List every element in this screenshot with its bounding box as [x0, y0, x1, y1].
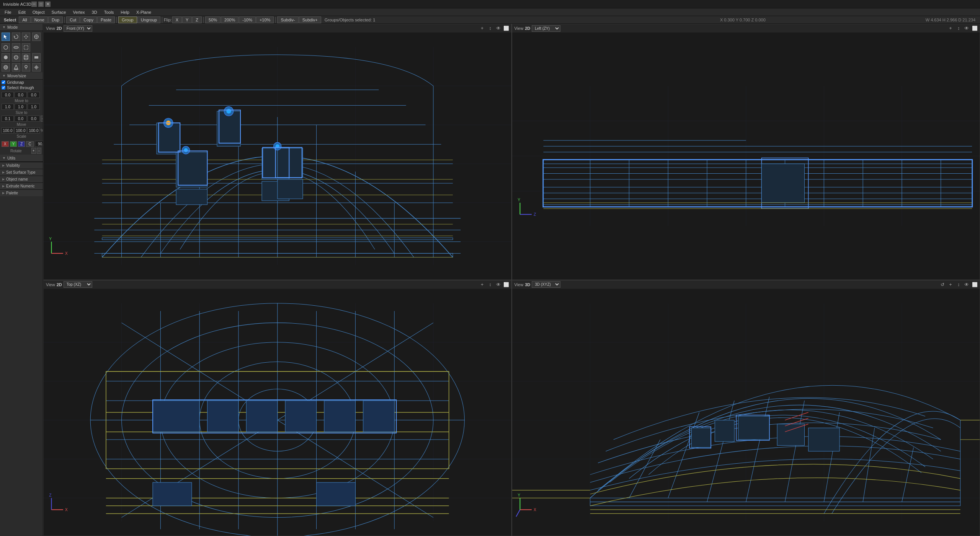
tool-flat-btn[interactable] [32, 53, 41, 62]
mode-extra-btn[interactable] [32, 33, 41, 41]
tool-sphere-outline-btn[interactable] [12, 53, 20, 62]
menu-help[interactable]: Help [118, 9, 132, 15]
top-projection-select[interactable]: Top (XZ) Front (XY) Left (ZY) 3D (XYZ) [64, 281, 92, 288]
left-canvas[interactable]: Z Y [512, 33, 980, 280]
3d-zoom-out-btn[interactable]: ↕ [955, 281, 962, 288]
x-input[interactable] [2, 92, 14, 98]
movesize-section-header[interactable]: ▼ Move/size [0, 72, 43, 80]
rotate-x-btn[interactable]: X [2, 141, 9, 147]
left-zoom-out-btn[interactable]: ↕ [955, 25, 962, 32]
selectthrough-checkbox[interactable] [2, 86, 5, 90]
flip-x-button[interactable]: X [172, 16, 182, 23]
select-none-button[interactable]: None [31, 16, 48, 23]
menu-object[interactable]: Object [29, 9, 48, 15]
y-input[interactable] [15, 92, 27, 98]
scale-plus10-button[interactable]: +10% [256, 16, 274, 23]
left-projection-select[interactable]: Left (ZY) Front (XY) Top (XZ) 3D (XYZ) [532, 25, 560, 32]
menu-3d[interactable]: 3D [89, 9, 100, 15]
z-scale-input[interactable] [28, 127, 40, 134]
flip-y-button[interactable]: Y [182, 16, 192, 23]
tool-lamp-btn[interactable] [22, 63, 30, 72]
front-eye-btn[interactable]: 👁 [495, 25, 502, 32]
dup-button[interactable]: Dup [48, 16, 63, 23]
tool-circle-btn[interactable] [2, 43, 10, 52]
viewport-left[interactable]: View 2D Left (ZY) Front (XY) Top (XZ) 3D… [512, 24, 980, 280]
extrude-numeric-header[interactable]: ▶ Extrude Numeric [0, 183, 43, 189]
top-zoom-in-btn[interactable]: + [479, 281, 486, 288]
mode-rotate-btn[interactable] [12, 33, 20, 41]
mode-select-btn[interactable] [2, 33, 10, 41]
minimize-button[interactable]: ─ [31, 2, 37, 7]
x-size-input[interactable] [2, 104, 14, 110]
rotate-apply-btn[interactable]: + [31, 148, 36, 154]
group-button[interactable]: Group [118, 16, 137, 23]
3d-eye-btn[interactable]: 👁 [963, 281, 970, 288]
left-frame-btn[interactable]: ⬜ [971, 25, 978, 32]
front-projection-select[interactable]: Front (XY) Left (ZY) Top (XZ) 3D (XYZ) [64, 25, 92, 32]
top-frame-btn[interactable]: ⬜ [503, 281, 510, 288]
viewport-top[interactable]: View 2D Top (XZ) Front (XY) Left (ZY) 3D… [43, 280, 512, 536]
select-all-button[interactable]: All [19, 16, 30, 23]
palette-header[interactable]: ▶ Palette [0, 190, 43, 196]
3d-projection-select[interactable]: 3D (XYZ) Front (XY) Left (ZY) Top (XZ) [532, 281, 560, 288]
front-zoom-out-btn[interactable]: ↕ [487, 25, 494, 32]
move-apply-btn[interactable]: → [41, 116, 43, 122]
menu-edit[interactable]: Edit [15, 9, 29, 15]
y-move-input[interactable] [15, 116, 27, 122]
left-eye-btn[interactable]: 👁 [963, 25, 970, 32]
front-frame-btn[interactable]: ⬜ [503, 25, 510, 32]
rotate-neg-btn[interactable]: - [37, 148, 41, 154]
3d-canvas[interactable]: X Y [512, 289, 980, 536]
tool-cone-btn[interactable] [12, 63, 20, 72]
y-size-input[interactable] [15, 104, 27, 110]
x-move-input[interactable] [2, 116, 14, 122]
tool-outline-btn[interactable] [22, 43, 30, 52]
rotate-c-btn[interactable]: C [26, 141, 33, 147]
z-size-input[interactable] [28, 104, 40, 110]
menu-xplane[interactable]: X-Plane [133, 9, 154, 15]
tool-sphere-btn[interactable] [2, 63, 10, 72]
surface-type-header[interactable]: ▶ Set Surface Type [0, 169, 43, 176]
tool-circle-shape-btn[interactable] [2, 53, 10, 62]
viewport-front[interactable]: View 2D Front (XY) Left (ZY) Top (XZ) 3D… [43, 24, 512, 280]
copy-button[interactable]: Copy [80, 16, 97, 23]
close-button[interactable]: ✕ [45, 2, 51, 7]
rotate-z-btn[interactable]: Z [18, 141, 25, 147]
3d-zoom-in-btn[interactable]: + [947, 281, 954, 288]
rotate-val-input[interactable] [35, 141, 43, 147]
scale-200-button[interactable]: 200% [221, 16, 238, 23]
visibility-header[interactable]: ▶ Visibility [0, 162, 43, 169]
3d-frame-btn[interactable]: ⬜ [971, 281, 978, 288]
x-scale-input[interactable] [2, 127, 14, 134]
object-name-header[interactable]: ▶ Object name [0, 176, 43, 182]
tool-sphere-light-btn[interactable] [32, 63, 41, 72]
menu-tools[interactable]: Tools [101, 9, 117, 15]
z-move-input[interactable] [28, 116, 40, 122]
subdiv-minus-button[interactable]: Subdiv- [277, 16, 298, 23]
top-canvas[interactable]: X Z [44, 289, 511, 536]
front-zoom-in-btn[interactable]: + [479, 25, 486, 32]
3d-refresh-btn[interactable]: ↺ [939, 281, 946, 288]
utils-section-header[interactable]: ▼ Utils [0, 155, 43, 162]
left-zoom-in-btn[interactable]: + [947, 25, 954, 32]
maximize-button[interactable]: □ [38, 2, 44, 7]
rotate-y-btn[interactable]: Y [10, 141, 17, 147]
z-input[interactable] [28, 92, 40, 98]
scale-50-button[interactable]: 50% [205, 16, 220, 23]
gridsnap-checkbox[interactable] [2, 80, 5, 84]
y-scale-input[interactable] [15, 127, 27, 134]
top-zoom-out-btn[interactable]: ↕ [487, 281, 494, 288]
top-eye-btn[interactable]: 👁 [495, 281, 502, 288]
paste-button[interactable]: Paste [97, 16, 115, 23]
menu-surface[interactable]: Surface [49, 9, 69, 15]
mode-section-header[interactable]: ▼ Mode [0, 24, 43, 31]
cut-button[interactable]: Cut [66, 16, 80, 23]
viewport-3d[interactable]: View 3D 3D (XYZ) Front (XY) Left (ZY) To… [512, 280, 980, 536]
menu-vertex[interactable]: Vertex [70, 9, 88, 15]
menu-file[interactable]: File [2, 9, 15, 15]
scale-minus10-button[interactable]: -10% [239, 16, 256, 23]
flip-z-button[interactable]: Z [192, 16, 202, 23]
tool-cylinder-btn[interactable] [22, 53, 30, 62]
tool-select-loop-btn[interactable] [12, 43, 20, 52]
front-canvas[interactable]: X Y [44, 33, 511, 280]
